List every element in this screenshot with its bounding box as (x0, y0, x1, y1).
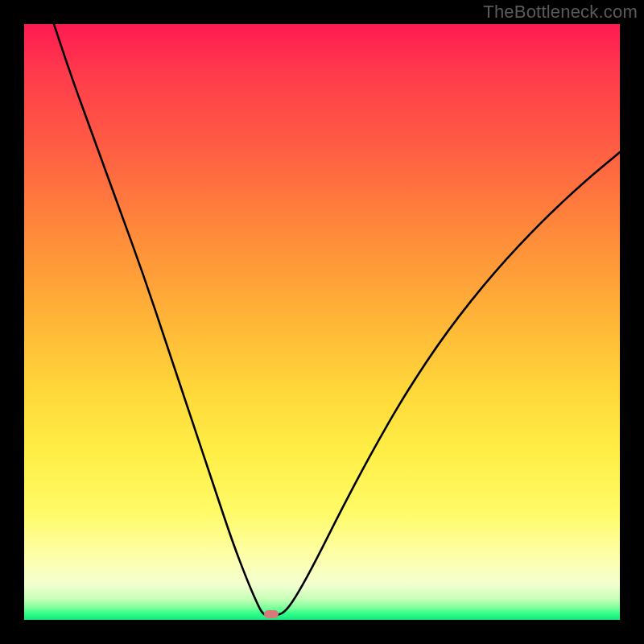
bottleneck-curve (24, 24, 620, 620)
chart-frame: TheBottleneck.com (0, 0, 644, 644)
optimal-point-marker (264, 610, 279, 618)
plot-area (24, 24, 620, 620)
watermark-label: TheBottleneck.com (483, 2, 638, 23)
